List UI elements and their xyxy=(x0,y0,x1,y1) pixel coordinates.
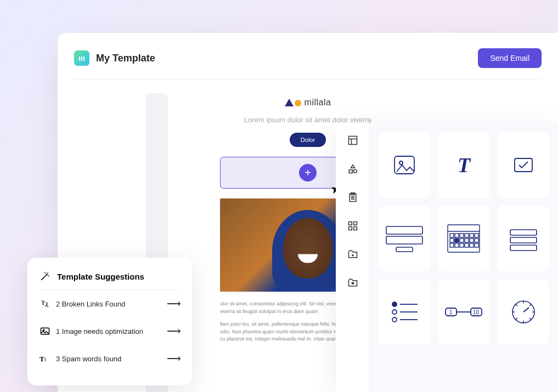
svg-rect-28 xyxy=(460,238,464,242)
svg-rect-11 xyxy=(348,227,352,230)
svg-rect-30 xyxy=(470,238,474,242)
svg-rect-12 xyxy=(353,227,357,230)
svg-point-41 xyxy=(392,302,397,306)
layout-icon[interactable] xyxy=(347,134,359,146)
element-calendar[interactable] xyxy=(438,206,489,271)
svg-rect-26 xyxy=(450,238,454,242)
svg-rect-32 xyxy=(450,243,454,247)
element-gauge[interactable] xyxy=(498,279,549,345)
suggestion-text: 1 Image needs optimization xyxy=(56,327,143,336)
svg-point-14 xyxy=(399,161,403,164)
element-text[interactable]: T xyxy=(438,132,489,198)
svg-point-42 xyxy=(392,310,397,314)
svg-rect-18 xyxy=(396,247,413,252)
elements-panel: T 110 xyxy=(336,123,558,392)
element-image[interactable] xyxy=(379,132,430,198)
svg-text:10: 10 xyxy=(473,309,480,315)
svg-rect-35 xyxy=(465,243,469,247)
element-range[interactable]: 110 xyxy=(438,279,489,345)
svg-text:T: T xyxy=(40,355,44,363)
svg-rect-29 xyxy=(465,238,469,242)
svg-rect-36 xyxy=(470,243,474,247)
svg-rect-40 xyxy=(510,245,537,251)
svg-rect-4 xyxy=(348,137,357,145)
svg-rect-10 xyxy=(353,222,357,225)
app-logo-icon: ııı xyxy=(74,50,89,66)
element-list[interactable] xyxy=(379,279,430,345)
grid-icon[interactable] xyxy=(347,220,359,232)
svg-point-6 xyxy=(353,169,357,173)
broken-link-icon xyxy=(40,298,50,309)
brand-logo-icon xyxy=(285,99,301,106)
svg-text:1: 1 xyxy=(449,309,453,315)
svg-text:t: t xyxy=(44,356,46,362)
tool-rail xyxy=(336,123,370,392)
svg-rect-27 xyxy=(455,238,459,242)
add-block-button[interactable]: + xyxy=(299,164,317,181)
suggestion-item-broken-links[interactable]: 2 Broken Links Found ⟶ xyxy=(40,290,180,317)
svg-rect-38 xyxy=(510,230,537,235)
svg-rect-24 xyxy=(470,234,474,237)
element-form[interactable] xyxy=(379,206,430,271)
svg-rect-39 xyxy=(510,237,537,243)
template-cta-button[interactable]: Dolor xyxy=(290,133,326,147)
suggestions-panel: Template Suggestions 2 Broken Links Foun… xyxy=(27,258,192,385)
arrow-right-icon: ⟶ xyxy=(167,325,180,337)
svg-rect-5 xyxy=(349,170,352,173)
title-wrap: ııı My Template xyxy=(74,50,155,66)
header: ııı My Template Send Email xyxy=(74,48,542,79)
image-icon xyxy=(40,326,50,337)
page-title: My Template xyxy=(96,53,155,64)
magic-wand-icon xyxy=(40,271,50,282)
text-case-icon: T t xyxy=(40,353,50,364)
svg-rect-23 xyxy=(465,234,469,237)
svg-rect-31 xyxy=(475,238,478,242)
suggestions-title: Template Suggestions xyxy=(57,272,144,281)
element-checkbox[interactable] xyxy=(498,132,549,198)
svg-rect-15 xyxy=(515,158,532,172)
svg-rect-21 xyxy=(455,234,459,237)
suggestion-text: 2 Broken Links Found xyxy=(56,300,125,308)
svg-rect-25 xyxy=(475,234,478,237)
svg-rect-37 xyxy=(475,243,478,247)
suggestion-text: 3 Spam words found xyxy=(56,355,121,363)
element-rows[interactable] xyxy=(498,206,549,271)
brand-row: millala xyxy=(220,98,396,107)
svg-rect-20 xyxy=(450,234,454,237)
svg-rect-17 xyxy=(386,236,422,244)
svg-rect-16 xyxy=(386,226,422,234)
svg-rect-33 xyxy=(455,243,459,247)
suggestion-item-image-optimization[interactable]: 1 Image needs optimization ⟶ xyxy=(40,317,180,345)
suggestion-item-spam-words[interactable]: T t 3 Spam words found ⟶ xyxy=(40,345,180,372)
elements-grid: T 110 xyxy=(370,123,558,392)
shapes-icon[interactable] xyxy=(347,163,359,175)
folder-star-icon[interactable] xyxy=(347,248,359,260)
suggestions-header: Template Suggestions xyxy=(40,271,180,290)
send-email-button[interactable]: Send Email xyxy=(478,48,542,68)
svg-rect-34 xyxy=(460,243,464,247)
folder-heart-icon[interactable] xyxy=(347,277,359,289)
arrow-right-icon: ⟶ xyxy=(167,298,180,310)
clipboard-icon[interactable] xyxy=(347,191,359,203)
svg-rect-9 xyxy=(348,222,352,225)
svg-point-43 xyxy=(392,317,397,322)
svg-rect-22 xyxy=(460,234,464,237)
arrow-right-icon: ⟶ xyxy=(167,353,180,365)
brand-name: millala xyxy=(305,98,331,107)
